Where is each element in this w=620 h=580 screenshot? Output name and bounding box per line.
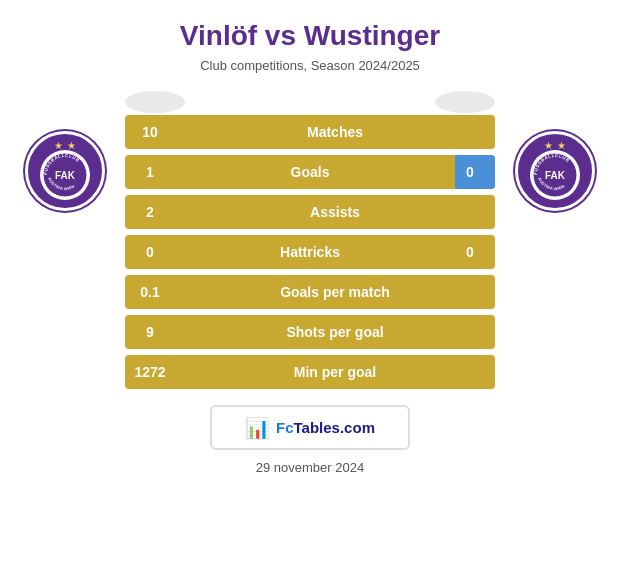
- stat-row-assists: 2 Assists: [125, 195, 495, 229]
- left-star-2: ★: [67, 140, 76, 151]
- fctables-label: FcTables.com: [276, 419, 375, 436]
- right-star-1: ★: [544, 140, 553, 151]
- left-logo-inner: FUSSBALLCLUB FAK AUSTRIA WIEN: [40, 150, 90, 200]
- right-star-2: ★: [557, 140, 566, 151]
- stat-row-matches: 10 Matches: [125, 115, 495, 149]
- svg-text:FAK: FAK: [55, 170, 76, 181]
- assists-left-value: 2: [125, 204, 175, 220]
- goals-left-value: 1: [125, 164, 175, 180]
- svg-text:FAK: FAK: [545, 170, 566, 181]
- assists-label: Assists: [175, 204, 495, 220]
- matches-left-value: 10: [125, 124, 175, 140]
- oval-left: [125, 91, 185, 113]
- stat-row-goals: 1 Goals 0: [125, 155, 495, 189]
- stat-row-min-per-goal: 1272 Min per goal: [125, 355, 495, 389]
- hattricks-right-value: 0: [445, 244, 495, 260]
- stat-row-hattricks: 0 Hattricks 0: [125, 235, 495, 269]
- right-club-svg: FUSSBALLCLUB FAK AUSTRIA WIEN: [532, 152, 578, 198]
- svg-text:FUSSBALLCLUB: FUSSBALLCLUB: [43, 153, 81, 175]
- oval-right: [435, 91, 495, 113]
- logo-left: ★ ★ FUSSBALLCLUB FAK: [20, 126, 110, 216]
- shots-per-goal-left-value: 9: [125, 324, 175, 340]
- right-stars: ★ ★: [544, 140, 566, 151]
- matches-label: Matches: [175, 124, 495, 140]
- fctables-icon: 📊: [245, 416, 270, 440]
- left-club-svg: FUSSBALLCLUB FAK AUSTRIA WIEN: [42, 152, 88, 198]
- right-logo-inner: FUSSBALLCLUB FAK AUSTRIA WIEN: [530, 150, 580, 200]
- min-per-goal-label: Min per goal: [175, 364, 495, 380]
- svg-text:AUSTRIA WIEN: AUSTRIA WIEN: [537, 176, 566, 191]
- min-per-goal-left-value: 1272: [125, 364, 175, 380]
- stats-rows: 10 Matches 1 Goals 0 2 Assists 0 Hattric…: [125, 115, 495, 389]
- svg-point-0: [43, 153, 87, 197]
- match-title: Vinlöf vs Wustinger: [180, 20, 440, 52]
- fctables-banner[interactable]: 📊 FcTables.com: [210, 405, 410, 450]
- hattricks-left-value: 0: [125, 244, 175, 260]
- goals-per-match-left-value: 0.1: [125, 284, 175, 300]
- oval-decorations: [125, 91, 495, 113]
- left-stars: ★ ★: [54, 140, 76, 151]
- hattricks-label: Hattricks: [175, 244, 445, 260]
- svg-point-4: [533, 153, 577, 197]
- match-date: 29 november 2024: [256, 460, 364, 475]
- goals-per-match-label: Goals per match: [175, 284, 495, 300]
- svg-text:FUSSBALLCLUB: FUSSBALLCLUB: [533, 153, 571, 175]
- main-card: Vinlöf vs Wustinger Club competitions, S…: [0, 0, 620, 580]
- right-club-badge: ★ ★ FUSSBALLCLUB FAK: [515, 131, 595, 211]
- fctables-fc: Fc: [276, 419, 294, 436]
- stats-section: ★ ★ FUSSBALLCLUB FAK: [0, 91, 620, 389]
- left-club-badge: ★ ★ FUSSBALLCLUB FAK: [25, 131, 105, 211]
- match-subtitle: Club competitions, Season 2024/2025: [200, 58, 420, 73]
- shots-per-goal-label: Shots per goal: [175, 324, 495, 340]
- stat-row-goals-per-match: 0.1 Goals per match: [125, 275, 495, 309]
- goals-label: Goals: [175, 164, 445, 180]
- stat-row-shots-per-goal: 9 Shots per goal: [125, 315, 495, 349]
- left-star-1: ★: [54, 140, 63, 151]
- goals-right-value: 0: [445, 164, 495, 180]
- logo-right: ★ ★ FUSSBALLCLUB FAK: [510, 126, 600, 216]
- svg-text:AUSTRIA WIEN: AUSTRIA WIEN: [47, 176, 76, 191]
